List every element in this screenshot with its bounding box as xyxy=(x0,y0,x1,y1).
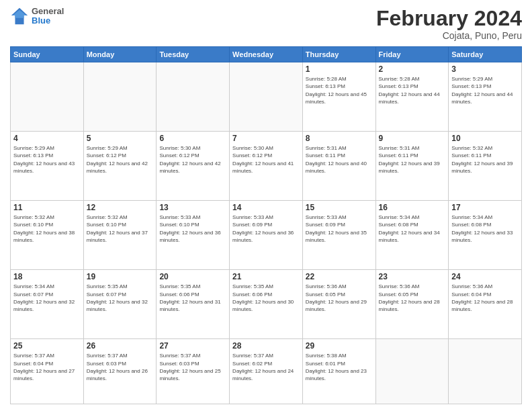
month-title: February 2024 xyxy=(376,7,522,30)
header-friday: Friday xyxy=(375,47,449,62)
logo-icon xyxy=(10,7,29,26)
table-row: 29Sunrise: 5:38 AM Sunset: 6:01 PM Dayli… xyxy=(302,339,375,404)
day-info: Sunrise: 5:37 AM Sunset: 6:03 PM Dayligh… xyxy=(159,352,226,382)
day-number: 13 xyxy=(159,203,226,212)
day-info: Sunrise: 5:37 AM Sunset: 6:04 PM Dayligh… xyxy=(13,352,81,382)
table-row: 26Sunrise: 5:37 AM Sunset: 6:03 PM Dayli… xyxy=(83,339,157,404)
table-row: 19Sunrise: 5:35 AM Sunset: 6:07 PM Dayli… xyxy=(83,270,157,339)
day-number: 4 xyxy=(13,134,81,143)
day-info: Sunrise: 5:28 AM Sunset: 6:13 PM Dayligh… xyxy=(379,75,446,105)
table-row: 6Sunrise: 5:30 AM Sunset: 6:12 PM Daylig… xyxy=(157,132,230,201)
calendar-week-row: 18Sunrise: 5:34 AM Sunset: 6:07 PM Dayli… xyxy=(11,270,522,339)
table-row: 23Sunrise: 5:36 AM Sunset: 6:05 PM Dayli… xyxy=(375,270,449,339)
day-number: 24 xyxy=(451,272,519,281)
table-row: 2Sunrise: 5:28 AM Sunset: 6:13 PM Daylig… xyxy=(375,62,449,132)
logo-general: General xyxy=(32,7,64,16)
logo: General Blue xyxy=(10,7,64,26)
day-number: 28 xyxy=(232,341,300,351)
table-row xyxy=(83,62,157,132)
location-subtitle: Cojata, Puno, Peru xyxy=(376,30,522,41)
day-info: Sunrise: 5:32 AM Sunset: 6:10 PM Dayligh… xyxy=(87,214,154,244)
logo-blue: Blue xyxy=(32,16,64,26)
day-info: Sunrise: 5:29 AM Sunset: 6:13 PM Dayligh… xyxy=(451,75,519,105)
day-number: 19 xyxy=(87,272,154,281)
table-row: 1Sunrise: 5:28 AM Sunset: 6:13 PM Daylig… xyxy=(302,62,375,132)
table-row: 25Sunrise: 5:37 AM Sunset: 6:04 PM Dayli… xyxy=(11,339,84,404)
day-info: Sunrise: 5:37 AM Sunset: 6:03 PM Dayligh… xyxy=(87,352,154,382)
day-number: 25 xyxy=(13,341,81,351)
day-number: 17 xyxy=(451,203,519,212)
day-number: 12 xyxy=(87,203,154,212)
header-monday: Monday xyxy=(83,47,157,62)
logo-text: General Blue xyxy=(32,7,64,26)
table-row xyxy=(449,339,522,404)
table-row: 4Sunrise: 5:29 AM Sunset: 6:13 PM Daylig… xyxy=(11,132,84,201)
day-number: 16 xyxy=(379,203,446,212)
day-info: Sunrise: 5:31 AM Sunset: 6:11 PM Dayligh… xyxy=(379,144,446,175)
day-info: Sunrise: 5:34 AM Sunset: 6:07 PM Dayligh… xyxy=(13,283,81,313)
day-number: 9 xyxy=(379,134,446,143)
calendar-week-row: 11Sunrise: 5:32 AM Sunset: 6:10 PM Dayli… xyxy=(11,201,522,270)
day-number: 23 xyxy=(379,272,446,281)
day-info: Sunrise: 5:29 AM Sunset: 6:12 PM Dayligh… xyxy=(87,144,154,175)
day-info: Sunrise: 5:36 AM Sunset: 6:05 PM Dayligh… xyxy=(306,283,373,313)
header-saturday: Saturday xyxy=(449,47,522,62)
table-row xyxy=(375,339,449,404)
day-info: Sunrise: 5:34 AM Sunset: 6:08 PM Dayligh… xyxy=(379,214,446,244)
day-number: 6 xyxy=(159,134,226,143)
day-info: Sunrise: 5:29 AM Sunset: 6:13 PM Dayligh… xyxy=(13,144,81,175)
table-row: 13Sunrise: 5:33 AM Sunset: 6:10 PM Dayli… xyxy=(157,201,230,270)
day-number: 7 xyxy=(232,134,300,143)
day-number: 10 xyxy=(451,134,519,143)
day-number: 26 xyxy=(87,341,154,351)
table-row: 18Sunrise: 5:34 AM Sunset: 6:07 PM Dayli… xyxy=(11,270,84,339)
day-info: Sunrise: 5:33 AM Sunset: 6:09 PM Dayligh… xyxy=(306,214,373,244)
table-row: 15Sunrise: 5:33 AM Sunset: 6:09 PM Dayli… xyxy=(302,201,375,270)
table-row: 3Sunrise: 5:29 AM Sunset: 6:13 PM Daylig… xyxy=(449,62,522,132)
calendar-week-row: 25Sunrise: 5:37 AM Sunset: 6:04 PM Dayli… xyxy=(11,339,522,404)
table-row xyxy=(11,62,84,132)
calendar-table: Sunday Monday Tuesday Wednesday Thursday… xyxy=(10,46,522,404)
table-row: 20Sunrise: 5:35 AM Sunset: 6:06 PM Dayli… xyxy=(157,270,230,339)
day-info: Sunrise: 5:37 AM Sunset: 6:02 PM Dayligh… xyxy=(232,352,300,382)
table-row: 28Sunrise: 5:37 AM Sunset: 6:02 PM Dayli… xyxy=(230,339,303,404)
day-info: Sunrise: 5:30 AM Sunset: 6:12 PM Dayligh… xyxy=(159,144,226,175)
day-number: 14 xyxy=(232,203,300,212)
svg-marker-1 xyxy=(13,10,27,18)
day-number: 8 xyxy=(306,134,373,143)
title-block: February 2024 Cojata, Puno, Peru xyxy=(376,7,522,41)
calendar-week-row: 1Sunrise: 5:28 AM Sunset: 6:13 PM Daylig… xyxy=(11,62,522,132)
weekday-header-row: Sunday Monday Tuesday Wednesday Thursday… xyxy=(11,47,522,62)
day-number: 22 xyxy=(306,272,373,281)
table-row: 10Sunrise: 5:32 AM Sunset: 6:11 PM Dayli… xyxy=(449,132,522,201)
table-row: 12Sunrise: 5:32 AM Sunset: 6:10 PM Dayli… xyxy=(83,201,157,270)
day-number: 3 xyxy=(451,64,519,74)
day-info: Sunrise: 5:30 AM Sunset: 6:12 PM Dayligh… xyxy=(232,144,300,175)
table-row: 22Sunrise: 5:36 AM Sunset: 6:05 PM Dayli… xyxy=(302,270,375,339)
day-info: Sunrise: 5:36 AM Sunset: 6:05 PM Dayligh… xyxy=(379,283,446,313)
page-header: General Blue February 2024 Cojata, Puno,… xyxy=(10,7,522,41)
table-row: 9Sunrise: 5:31 AM Sunset: 6:11 PM Daylig… xyxy=(375,132,449,201)
day-info: Sunrise: 5:33 AM Sunset: 6:10 PM Dayligh… xyxy=(159,214,226,244)
day-info: Sunrise: 5:34 AM Sunset: 6:08 PM Dayligh… xyxy=(451,214,519,244)
day-info: Sunrise: 5:38 AM Sunset: 6:01 PM Dayligh… xyxy=(306,352,373,382)
table-row: 5Sunrise: 5:29 AM Sunset: 6:12 PM Daylig… xyxy=(83,132,157,201)
header-thursday: Thursday xyxy=(302,47,375,62)
table-row: 16Sunrise: 5:34 AM Sunset: 6:08 PM Dayli… xyxy=(375,201,449,270)
header-sunday: Sunday xyxy=(11,47,84,62)
table-row: 24Sunrise: 5:36 AM Sunset: 6:04 PM Dayli… xyxy=(449,270,522,339)
day-number: 21 xyxy=(232,272,300,281)
day-number: 18 xyxy=(13,272,81,281)
day-info: Sunrise: 5:35 AM Sunset: 6:07 PM Dayligh… xyxy=(87,283,154,313)
table-row xyxy=(157,62,230,132)
day-number: 29 xyxy=(306,341,373,351)
header-wednesday: Wednesday xyxy=(230,47,303,62)
day-info: Sunrise: 5:33 AM Sunset: 6:09 PM Dayligh… xyxy=(232,214,300,244)
day-number: 11 xyxy=(13,203,81,212)
table-row: 14Sunrise: 5:33 AM Sunset: 6:09 PM Dayli… xyxy=(230,201,303,270)
day-number: 5 xyxy=(87,134,154,143)
day-info: Sunrise: 5:36 AM Sunset: 6:04 PM Dayligh… xyxy=(451,283,519,313)
table-row: 7Sunrise: 5:30 AM Sunset: 6:12 PM Daylig… xyxy=(230,132,303,201)
table-row xyxy=(230,62,303,132)
day-info: Sunrise: 5:32 AM Sunset: 6:10 PM Dayligh… xyxy=(13,214,81,244)
